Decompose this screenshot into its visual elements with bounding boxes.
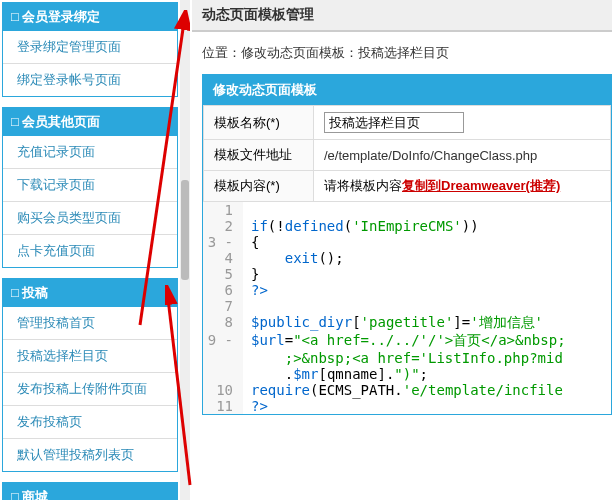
sidebar-item[interactable]: 点卡充值页面 bbox=[3, 235, 177, 267]
code-line: 2if(!defined('InEmpireCMS')) bbox=[203, 218, 611, 234]
line-number: 3 - bbox=[203, 234, 243, 250]
scrollbar-thumb[interactable] bbox=[181, 180, 189, 280]
line-number: 4 bbox=[203, 250, 243, 266]
code-line: 3 -{ bbox=[203, 234, 611, 250]
line-number: 8 bbox=[203, 314, 243, 332]
code-line: 8$public_diyr['pagetitle']='增加信息' bbox=[203, 314, 611, 332]
copy-dreamweaver-link[interactable]: 复制到Dreamweaver(推荐) bbox=[402, 178, 560, 193]
code-text: ?> bbox=[243, 398, 268, 414]
line-number: 7 bbox=[203, 298, 243, 314]
sidebar-scrollbar[interactable] bbox=[180, 0, 190, 500]
template-name-input[interactable] bbox=[324, 112, 464, 133]
edit-panel: 修改动态页面模板 模板名称(*) 模板文件地址 /e/template/DoIn… bbox=[202, 74, 612, 415]
line-number: 11 bbox=[203, 398, 243, 414]
sidebar-item[interactable]: 下载记录页面 bbox=[3, 169, 177, 202]
code-line: 10require(ECMS_PATH.'e/template/incfile bbox=[203, 382, 611, 398]
sidebar-item[interactable]: 管理投稿首页 bbox=[3, 307, 177, 340]
code-text: .$mr[qmname].")"; bbox=[243, 366, 428, 382]
sidebar-item[interactable]: 登录绑定管理页面 bbox=[3, 31, 177, 64]
sidebar-group-header: 投稿 bbox=[3, 279, 177, 307]
code-line: 9 -$url="<a href=../../'/'>首页</a>&nbsp; bbox=[203, 332, 611, 350]
sidebar-group-header: 商城 bbox=[3, 483, 177, 500]
sidebar-group-header: 会员登录绑定 bbox=[3, 3, 177, 31]
code-line: 6?> bbox=[203, 282, 611, 298]
form-table: 模板名称(*) 模板文件地址 /e/template/DoInfo/Change… bbox=[203, 105, 611, 202]
code-text: exit(); bbox=[243, 250, 344, 266]
line-number: 9 - bbox=[203, 332, 243, 350]
code-text: ?> bbox=[243, 282, 268, 298]
line-number: 6 bbox=[203, 282, 243, 298]
line-number: 1 bbox=[203, 202, 243, 218]
breadcrumb: 位置：修改动态页面模板：投稿选择栏目页 bbox=[192, 32, 612, 74]
sidebar-item[interactable]: 投稿选择栏目页 bbox=[3, 340, 177, 373]
template-path: /e/template/DoInfo/ChangeClass.php bbox=[314, 140, 611, 171]
panel-header: 修改动态页面模板 bbox=[203, 75, 611, 105]
page-title: 动态页面模板管理 bbox=[192, 0, 612, 32]
name-label: 模板名称(*) bbox=[204, 106, 314, 140]
code-line: .$mr[qmname].")"; bbox=[203, 366, 611, 382]
code-text: $public_diyr['pagetitle']='增加信息' bbox=[243, 314, 543, 332]
sidebar-item[interactable]: 默认管理投稿列表页 bbox=[3, 439, 177, 471]
sidebar-group: 投稿管理投稿首页投稿选择栏目页发布投稿上传附件页面发布投稿页默认管理投稿列表页 bbox=[2, 278, 178, 472]
code-text: if(!defined('InEmpireCMS')) bbox=[243, 218, 479, 234]
sidebar-item[interactable]: 充值记录页面 bbox=[3, 136, 177, 169]
code-text: require(ECMS_PATH.'e/template/incfile bbox=[243, 382, 563, 398]
code-text: { bbox=[243, 234, 259, 250]
code-line: 1 bbox=[203, 202, 611, 218]
code-text: $url="<a href=../../'/'>首页</a>&nbsp; bbox=[243, 332, 566, 350]
code-text: } bbox=[243, 266, 259, 282]
line-number bbox=[203, 366, 243, 382]
sidebar: 会员登录绑定登录绑定管理页面绑定登录帐号页面会员其他页面充值记录页面下载记录页面… bbox=[0, 0, 180, 500]
content-hint: 请将模板内容复制到Dreamweaver(推荐) bbox=[314, 171, 611, 202]
code-line: 11?> bbox=[203, 398, 611, 414]
code-line: 5} bbox=[203, 266, 611, 282]
code-editor[interactable]: 12if(!defined('InEmpireCMS'))3 -{4 exit(… bbox=[203, 202, 611, 414]
sidebar-item[interactable]: 购买会员类型页面 bbox=[3, 202, 177, 235]
code-text: ;>&nbsp;<a href='ListInfo.php?mid bbox=[243, 350, 563, 366]
line-number: 2 bbox=[203, 218, 243, 234]
code-line: 7 bbox=[203, 298, 611, 314]
sidebar-group: 会员登录绑定登录绑定管理页面绑定登录帐号页面 bbox=[2, 2, 178, 97]
code-text bbox=[243, 202, 251, 218]
sidebar-item[interactable]: 绑定登录帐号页面 bbox=[3, 64, 177, 96]
line-number: 5 bbox=[203, 266, 243, 282]
sidebar-item[interactable]: 发布投稿上传附件页面 bbox=[3, 373, 177, 406]
line-number bbox=[203, 350, 243, 366]
sidebar-item[interactable]: 发布投稿页 bbox=[3, 406, 177, 439]
line-number: 10 bbox=[203, 382, 243, 398]
sidebar-group: 会员其他页面充值记录页面下载记录页面购买会员类型页面点卡充值页面 bbox=[2, 107, 178, 268]
content-label: 模板内容(*) bbox=[204, 171, 314, 202]
code-text bbox=[243, 298, 251, 314]
sidebar-group: 商城购物车页面提交订单页面确认提交订单页面 bbox=[2, 482, 178, 500]
code-line: ;>&nbsp;<a href='ListInfo.php?mid bbox=[203, 350, 611, 366]
sidebar-group-header: 会员其他页面 bbox=[3, 108, 177, 136]
main-content: 动态页面模板管理 位置：修改动态页面模板：投稿选择栏目页 修改动态页面模板 模板… bbox=[192, 0, 612, 415]
code-line: 4 exit(); bbox=[203, 250, 611, 266]
path-label: 模板文件地址 bbox=[204, 140, 314, 171]
